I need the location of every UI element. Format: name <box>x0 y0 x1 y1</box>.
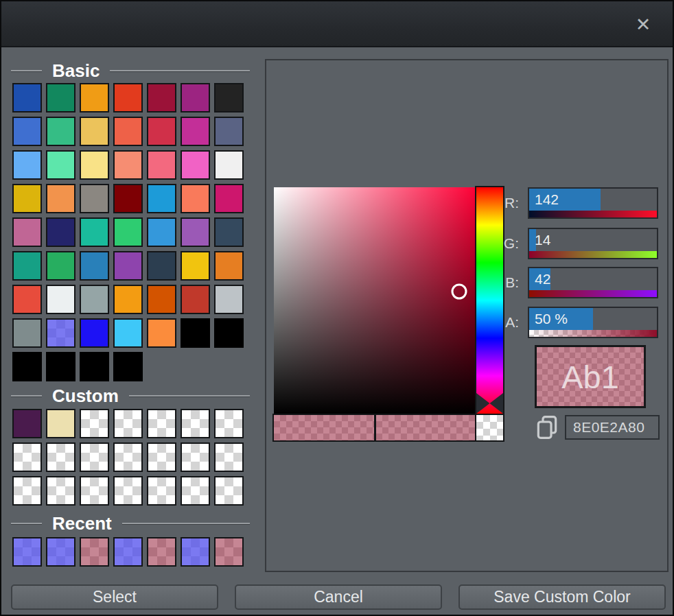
color-swatch[interactable] <box>80 117 109 146</box>
color-swatch[interactable] <box>214 476 244 506</box>
color-swatch[interactable] <box>214 251 244 281</box>
select-button[interactable]: Select <box>11 584 218 610</box>
color-swatch[interactable] <box>12 476 42 506</box>
color-swatch[interactable] <box>147 537 176 567</box>
color-swatch[interactable] <box>181 251 210 281</box>
color-swatch[interactable] <box>113 476 143 506</box>
color-swatch[interactable] <box>113 184 143 213</box>
color-swatch[interactable] <box>46 352 75 381</box>
color-swatch[interactable] <box>12 83 42 112</box>
color-swatch[interactable] <box>147 217 176 247</box>
color-swatch[interactable] <box>147 476 176 506</box>
sv-selector-ring[interactable] <box>452 283 467 299</box>
color-swatch[interactable] <box>181 537 210 567</box>
color-swatch[interactable] <box>80 184 109 213</box>
color-swatch[interactable] <box>113 217 143 247</box>
titlebar[interactable]: ✕ <box>1 1 673 47</box>
blue-input[interactable]: 42 <box>528 267 658 298</box>
color-swatch[interactable] <box>181 318 210 348</box>
color-swatch[interactable] <box>147 117 176 146</box>
color-swatch[interactable] <box>214 318 244 348</box>
color-swatch[interactable] <box>181 285 210 314</box>
color-swatch[interactable] <box>80 83 109 112</box>
red-input[interactable]: 142 <box>528 187 658 219</box>
color-swatch[interactable] <box>181 83 210 112</box>
color-swatch[interactable] <box>214 409 244 438</box>
color-swatch[interactable] <box>12 318 42 348</box>
color-swatch[interactable] <box>113 409 143 438</box>
color-swatch[interactable] <box>46 318 75 348</box>
color-swatch[interactable] <box>147 318 176 348</box>
color-swatch[interactable] <box>12 352 42 381</box>
color-swatch[interactable] <box>80 442 109 472</box>
color-swatch[interactable] <box>80 409 109 438</box>
color-swatch[interactable] <box>181 117 210 146</box>
color-swatch[interactable] <box>12 442 42 472</box>
color-swatch[interactable] <box>147 184 176 213</box>
color-swatch[interactable] <box>147 285 176 314</box>
color-swatch[interactable] <box>46 217 75 247</box>
close-icon[interactable]: ✕ <box>629 11 658 38</box>
color-swatch[interactable] <box>80 537 109 567</box>
color-swatch[interactable] <box>181 217 210 247</box>
color-swatch[interactable] <box>46 442 75 472</box>
color-swatch[interactable] <box>113 318 143 348</box>
color-swatch[interactable] <box>113 251 143 281</box>
green-input[interactable]: 14 <box>528 228 658 259</box>
color-swatch[interactable] <box>46 409 75 438</box>
color-swatch[interactable] <box>181 150 210 180</box>
color-swatch[interactable] <box>80 476 109 506</box>
copy-hex-button[interactable] <box>536 415 558 440</box>
color-swatch[interactable] <box>147 442 176 472</box>
color-swatch[interactable] <box>214 537 244 567</box>
color-swatch[interactable] <box>46 537 75 567</box>
alpha-input[interactable]: 50 % <box>528 307 658 338</box>
color-swatch[interactable] <box>113 537 143 567</box>
color-swatch[interactable] <box>181 409 210 438</box>
color-swatch[interactable] <box>80 251 109 281</box>
color-swatch[interactable] <box>214 217 244 247</box>
color-swatch[interactable] <box>147 251 176 281</box>
color-swatch[interactable] <box>12 117 42 146</box>
color-swatch[interactable] <box>181 184 210 213</box>
color-swatch[interactable] <box>46 150 75 180</box>
color-swatch[interactable] <box>12 184 42 213</box>
color-swatch[interactable] <box>80 285 109 314</box>
color-swatch[interactable] <box>181 442 210 472</box>
color-swatch[interactable] <box>80 217 109 247</box>
color-swatch[interactable] <box>214 442 244 472</box>
color-swatch[interactable] <box>46 83 75 112</box>
color-swatch[interactable] <box>80 150 109 180</box>
color-swatch[interactable] <box>12 217 42 247</box>
color-swatch[interactable] <box>12 537 42 567</box>
color-swatch[interactable] <box>113 352 143 381</box>
color-swatch[interactable] <box>113 442 143 472</box>
color-swatch[interactable] <box>46 184 75 213</box>
color-swatch[interactable] <box>113 150 143 180</box>
color-swatch[interactable] <box>80 352 109 381</box>
color-swatch[interactable] <box>46 285 75 314</box>
saturation-value-area[interactable] <box>274 187 476 414</box>
save-custom-color-button[interactable]: Save Custom Color <box>458 584 666 610</box>
cancel-button[interactable]: Cancel <box>235 584 442 610</box>
hue-slider[interactable] <box>475 186 504 415</box>
color-swatch[interactable] <box>46 251 75 281</box>
color-swatch[interactable] <box>214 150 244 180</box>
color-swatch[interactable] <box>80 318 109 348</box>
color-swatch[interactable] <box>113 117 143 146</box>
color-swatch[interactable] <box>181 476 210 506</box>
color-swatch[interactable] <box>214 184 244 213</box>
color-swatch[interactable] <box>214 117 244 146</box>
color-swatch[interactable] <box>46 117 75 146</box>
color-swatch[interactable] <box>113 285 143 314</box>
color-swatch[interactable] <box>113 83 143 112</box>
color-swatch[interactable] <box>12 150 42 180</box>
hue-slider-marker[interactable] <box>476 393 503 414</box>
color-swatch[interactable] <box>214 83 244 112</box>
color-swatch[interactable] <box>12 251 42 281</box>
color-swatch[interactable] <box>214 285 244 314</box>
color-swatch[interactable] <box>12 285 42 314</box>
color-swatch[interactable] <box>46 476 75 506</box>
color-swatch[interactable] <box>147 409 176 438</box>
color-swatch[interactable] <box>12 409 42 438</box>
